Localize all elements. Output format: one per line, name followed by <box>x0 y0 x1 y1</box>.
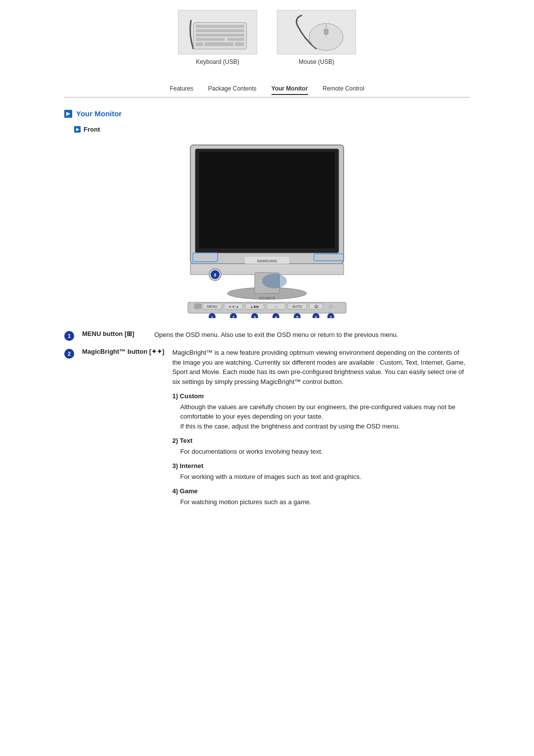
num-label-1: MENU button [⊞] <box>82 330 146 337</box>
keyboard-image <box>178 10 257 54</box>
svg-rect-6 <box>196 43 203 47</box>
section-icon: ▶ <box>64 110 72 118</box>
svg-text:—: — <box>274 304 278 309</box>
page-wrapper: Keyboard (USB) Mouse (USB) Features <box>44 0 490 528</box>
mouse-label: Mouse (USB) <box>299 58 334 65</box>
tab-features[interactable]: Features <box>170 85 193 95</box>
keyboard-svg <box>178 10 257 54</box>
svg-text:2: 2 <box>232 315 235 318</box>
numbered-items: 1 MENU button [⊞] Opens the OSD menu. Al… <box>64 330 470 512</box>
svg-text:▲/▶▶: ▲/▶▶ <box>250 305 260 308</box>
monitor-container: SAMSUNG 8 SOURCE <box>64 140 470 318</box>
sub-item-custom-desc: Although the values are carefully chosen… <box>180 402 470 431</box>
sub-item-internet: 3) Internet For working with a mixture o… <box>172 461 470 481</box>
svg-text:6: 6 <box>315 315 317 318</box>
svg-text:SOURCE: SOURCE <box>259 296 275 300</box>
svg-rect-2 <box>196 29 244 32</box>
num-badge-1: 1 <box>64 331 74 341</box>
sub-item-custom-title: 1) Custom <box>172 391 470 401</box>
mouse-svg <box>277 10 356 54</box>
sub-section-header: ▶ Front <box>74 126 470 133</box>
svg-rect-3 <box>196 34 244 37</box>
sub-icon: ▶ <box>74 126 81 133</box>
svg-point-45 <box>330 305 332 307</box>
sub-item-text-title: 2) Text <box>172 436 470 446</box>
svg-text:5: 5 <box>296 315 299 318</box>
sub-item-custom: 1) Custom Although the values are carefu… <box>172 391 470 431</box>
tab-your-monitor[interactable]: Your Monitor <box>271 85 308 95</box>
svg-rect-7 <box>205 43 234 47</box>
svg-text:3: 3 <box>254 315 256 318</box>
tab-package-contents[interactable]: Package Contents <box>208 85 257 95</box>
svg-rect-5 <box>227 38 244 41</box>
sub-item-internet-title: 3) Internet <box>172 461 470 471</box>
sub-item-internet-desc: For working with a mixture of images suc… <box>180 472 470 482</box>
numbered-item-2: 2 MagicBright™ button [✦✦] MagicBright™ … <box>64 348 470 512</box>
num-desc-1: Opens the OSD menu. Also use to exit the… <box>154 330 470 340</box>
svg-text:AUTO: AUTO <box>292 305 302 308</box>
mouse-item: Mouse (USB) <box>277 10 356 65</box>
keyboard-label: Keyboard (USB) <box>196 58 239 65</box>
sub-list-2: 1) Custom Although the values are carefu… <box>172 391 470 507</box>
num-badge-2: 2 <box>64 349 74 359</box>
section-header: ▶ Your Monitor <box>64 109 470 118</box>
svg-text:8: 8 <box>214 273 216 278</box>
sub-item-game-title: 4) Game <box>172 486 470 496</box>
svg-text:⏻: ⏻ <box>314 304 318 309</box>
svg-rect-1 <box>196 25 244 28</box>
numbered-item-1: 1 MENU button [⊞] Opens the OSD menu. Al… <box>64 330 470 341</box>
section-title: Your Monitor <box>76 109 122 118</box>
svg-text:MENU: MENU <box>207 305 218 308</box>
tab-remote-control[interactable]: Remote Control <box>323 85 364 95</box>
svg-rect-4 <box>196 38 225 41</box>
sub-title: Front <box>84 126 100 133</box>
num-desc-2-text: MagicBright™ is a new feature providing … <box>172 349 465 385</box>
monitor-illustration-wrapper: SAMSUNG 8 SOURCE <box>161 140 373 318</box>
svg-rect-8 <box>235 43 244 47</box>
mouse-image <box>277 10 356 54</box>
svg-text:SAMSUNG: SAMSUNG <box>257 259 277 263</box>
svg-rect-11 <box>324 29 329 35</box>
sub-item-text: 2) Text For documentations or works invo… <box>172 436 470 456</box>
svg-rect-29 <box>194 304 201 309</box>
monitor-illustration: SAMSUNG 8 SOURCE <box>161 140 373 318</box>
keyboard-item: Keyboard (USB) <box>178 10 257 65</box>
sub-item-text-desc: For documentations or works involving he… <box>180 447 470 457</box>
sub-item-game: 4) Game For watching motion pictures suc… <box>172 486 470 507</box>
svg-text:◄◄/▲: ◄◄/▲ <box>228 305 239 308</box>
svg-point-26 <box>262 274 287 288</box>
top-devices: Keyboard (USB) Mouse (USB) <box>64 10 470 65</box>
num-label-2: MagicBright™ button [✦✦] <box>82 348 164 355</box>
svg-rect-14 <box>199 152 335 248</box>
svg-text:1: 1 <box>211 315 214 318</box>
num-desc-2: MagicBright™ is a new feature providing … <box>172 348 470 512</box>
nav-tabs: Features Package Contents Your Monitor R… <box>64 85 470 97</box>
svg-text:7: 7 <box>330 315 332 318</box>
svg-text:4: 4 <box>275 315 277 318</box>
sub-item-game-desc: For watching motion pictures such as a g… <box>180 497 470 507</box>
